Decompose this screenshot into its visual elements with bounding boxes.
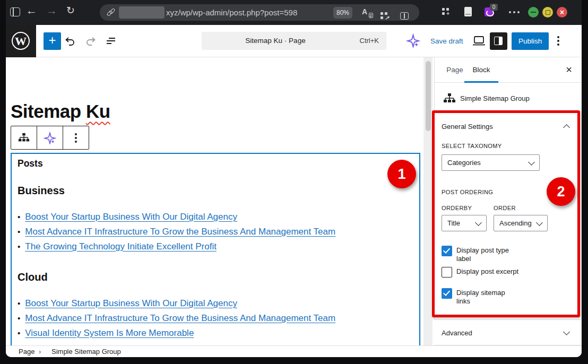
browser-window: ← → ↻ xyz/wp/wp-admin/post.php?post=598 … (6, 0, 582, 357)
business-link-list: •Boost Your Startup Business With Our Di… (18, 212, 414, 256)
chevron-down-icon (475, 219, 482, 226)
block-name: Simple Sitemap Group (460, 94, 530, 102)
tab-block[interactable]: Block (464, 57, 498, 83)
post-link[interactable]: Most Advance IT Infrastructure To Grow t… (25, 313, 335, 323)
list-item: •Visual Identity System Is More Memorabl… (18, 328, 414, 343)
breadcrumb-page[interactable]: Page (19, 346, 34, 357)
breadcrumb-current[interactable]: Simple Sitemap Group (51, 346, 121, 357)
list-item: •Boost Your Startup Business With Our Di… (18, 298, 414, 313)
reading-list-icon[interactable] (464, 7, 472, 16)
wordpress-logo[interactable]: W (6, 25, 36, 57)
post-link[interactable]: Most Advance IT Infrastructure To Grow t… (25, 227, 335, 237)
apps-grid-icon[interactable]: + (442, 8, 449, 15)
chevron-down-icon (563, 328, 570, 335)
list-item: •The Growing Technology Initiate Excelle… (18, 241, 414, 256)
bullet-icon: • (18, 299, 20, 308)
block-inserter-button[interactable]: + (44, 32, 61, 50)
translate-icon[interactable]: Az (362, 7, 371, 17)
order-select[interactable]: Ascending (494, 215, 548, 231)
post-link[interactable]: Boost Your Startup Business With Our Dig… (25, 212, 237, 222)
minimize-button[interactable] (528, 7, 539, 18)
bullet-icon: • (18, 242, 20, 251)
extension-icon[interactable]: 0 (485, 7, 494, 16)
orderby-select[interactable]: Title (442, 215, 487, 231)
cloud-link-list: •Boost Your Startup Business With Our Di… (18, 298, 414, 343)
scrollbar-thumb[interactable] (426, 61, 431, 131)
list-item: •Most Advance IT Infrastructure To Grow … (18, 313, 414, 328)
url-text: xyz/wp/wp-admin/post.php?post=598 (166, 4, 332, 21)
breadcrumb-separator-icon: › (39, 346, 41, 357)
chevron-down-icon (528, 159, 535, 166)
taxonomy-label: SELECT TAXONOMY (442, 143, 502, 149)
post-link[interactable]: Visual Identity System Is More Memorable (25, 328, 194, 338)
posts-heading: Posts (18, 158, 43, 169)
sitemap-icon (443, 92, 456, 105)
order-label: ORDER (494, 205, 516, 211)
close-sidebar-icon[interactable]: × (566, 57, 572, 83)
redacted-url-segment (119, 6, 165, 19)
document-title: Sitemap Ku · Page (202, 32, 349, 50)
undo-icon[interactable] (64, 34, 76, 47)
command-shortcut: Ctrl+K (360, 32, 379, 50)
breadcrumb: Page › Simple Sitemap Group (6, 345, 582, 357)
redo-icon[interactable] (84, 34, 97, 47)
section-heading-business: Business (18, 185, 65, 197)
list-view-icon[interactable] (105, 34, 117, 47)
page-title-misspelled: Ku (86, 101, 110, 122)
maximize-button[interactable] (542, 7, 553, 18)
taxonomy-select[interactable]: Categories (442, 154, 540, 171)
order-value: Ascending (499, 215, 532, 231)
site-link-icon (107, 8, 115, 16)
chevron-down-icon (536, 219, 543, 226)
annotation-badge-1: 1 (387, 160, 416, 188)
bullet-icon: • (18, 227, 20, 236)
post-ordering-label: POST ORDERING (442, 189, 493, 195)
zoom-level-badge[interactable]: 80% (333, 7, 352, 19)
editor-canvas: Sitemap Ku Posts Business (6, 57, 434, 345)
general-settings-title[interactable]: General Settings (442, 123, 493, 131)
page-title-field[interactable]: Sitemap Ku (11, 101, 110, 122)
editor-topbar: W + Sitemap Ku · Page Ctrl+K Save draft … (6, 25, 582, 57)
block-ai-button[interactable] (37, 126, 63, 149)
address-bar[interactable]: xyz/wp/wp-admin/post.php?post=598 80% Az… (100, 4, 419, 21)
ai-star-icon (44, 132, 56, 144)
block-type-button[interactable] (11, 126, 37, 149)
collections-icon[interactable]: ↗ (381, 12, 388, 20)
browser-sidebar-icon[interactable] (10, 7, 20, 16)
close-window-button[interactable]: × (557, 7, 567, 18)
checkbox-label: Display post excerpt (456, 267, 520, 276)
bullet-icon: • (18, 328, 20, 337)
list-item: •Boost Your Startup Business With Our Di… (18, 212, 414, 227)
taxonomy-value: Categories (447, 155, 481, 170)
document-title-button[interactable]: Sitemap Ku · Page Ctrl+K (202, 32, 386, 50)
advanced-label: Advanced (442, 329, 472, 337)
save-draft-button[interactable]: Save draft (430, 25, 463, 57)
checkbox-display-post-type-label[interactable] (442, 246, 452, 256)
reload-icon[interactable]: ↻ (66, 4, 75, 16)
forward-icon[interactable]: → (46, 4, 57, 17)
orderby-label: ORDERBY (442, 205, 472, 211)
block-toolbar (11, 126, 89, 150)
kebab-icon (70, 132, 82, 144)
canvas-scrollbar[interactable] (423, 57, 433, 345)
block-options-button[interactable] (63, 126, 89, 149)
post-link[interactable]: Boost Your Startup Business With Our Dig… (25, 298, 237, 308)
publish-button[interactable]: Publish (512, 32, 549, 50)
back-icon[interactable]: ← (26, 4, 37, 17)
post-link[interactable]: The Growing Technology Initiate Excellen… (25, 241, 217, 252)
split-screen-icon[interactable] (400, 12, 409, 20)
advanced-panel-toggle[interactable]: Advanced (434, 319, 582, 345)
settings-panel-toggle[interactable] (490, 32, 507, 50)
editor-options-icon[interactable] (552, 34, 565, 47)
checkbox-display-post-excerpt[interactable] (442, 267, 452, 278)
section-heading-cloud: Cloud (18, 271, 48, 283)
browser-toolbar: ← → ↻ xyz/wp/wp-admin/post.php?post=598 … (6, 0, 582, 25)
checkbox-label: Display sitemap links (456, 289, 520, 305)
checkbox-display-sitemap-links[interactable] (442, 288, 452, 299)
browser-menu-icon[interactable] (509, 11, 522, 14)
preview-icon[interactable] (472, 36, 486, 47)
bullet-icon: • (18, 212, 20, 221)
simple-sitemap-group-block[interactable]: Posts Business •Boost Your Startup Busin… (11, 153, 420, 345)
ai-assistant-icon[interactable] (406, 33, 420, 48)
checkbox-label: Display post type label (456, 246, 520, 263)
